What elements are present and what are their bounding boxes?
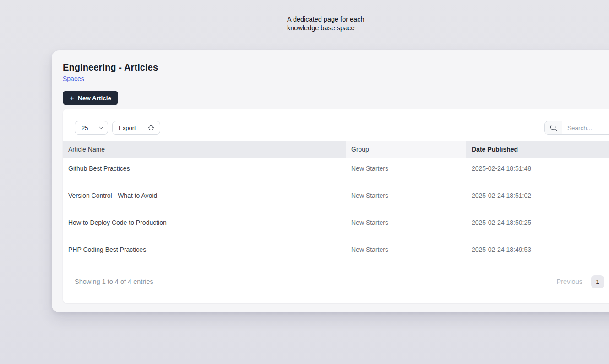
table-footer: Showing 1 to 4 of 4 entries Previous 1 (63, 266, 609, 288)
date-cell: 2025-02-24 18:51:48 (466, 158, 609, 185)
pagination-page-1-button[interactable]: 1 (591, 275, 604, 288)
pagination-previous-button[interactable]: Previous (557, 278, 582, 285)
search-icon (545, 121, 562, 134)
export-button[interactable]: Export (113, 121, 142, 134)
column-header-date-published[interactable]: Date Published (466, 141, 609, 158)
annotation-line-1: A dedicated page for each (287, 15, 364, 24)
space-card: Engineering - Articles Spaces + New Arti… (52, 50, 609, 312)
column-header-group[interactable]: Group (346, 141, 466, 158)
date-cell: 2025-02-24 18:49:53 (466, 239, 609, 266)
plus-icon: + (70, 94, 74, 102)
refresh-icon (148, 125, 154, 131)
annotation-note: A dedicated page for each knowledge base… (287, 15, 364, 33)
page-length-select[interactable]: 25 (75, 121, 108, 135)
group-cell: New Starters (346, 212, 466, 239)
table-row: PHP Coding Best Practices New Starters 2… (63, 239, 609, 266)
annotation-pointer-line (277, 15, 277, 84)
article-name-cell[interactable]: Version Control - What to Avoid (63, 185, 346, 212)
entries-summary: Showing 1 to 4 of 4 entries (75, 278, 153, 285)
date-cell: 2025-02-24 18:50:25 (466, 212, 609, 239)
new-article-button[interactable]: + New Article (63, 91, 118, 105)
table-row: Github Best Practices New Starters 2025-… (63, 158, 609, 185)
page-title: Engineering - Articles (63, 62, 609, 73)
group-cell: New Starters (346, 158, 466, 185)
column-header-article-name[interactable]: Article Name (63, 141, 346, 158)
search-group (544, 121, 609, 135)
articles-table: Article Name Group Date Published Github… (63, 141, 609, 266)
export-button-group: Export (112, 121, 160, 135)
group-cell: New Starters (346, 185, 466, 212)
pagination: Previous 1 (557, 275, 604, 288)
table-header-row: Article Name Group Date Published (63, 141, 609, 158)
article-name-cell[interactable]: PHP Coding Best Practices (63, 239, 346, 266)
date-cell: 2025-02-24 18:51:02 (466, 185, 609, 212)
table-row: Version Control - What to Avoid New Star… (63, 185, 609, 212)
article-name-cell[interactable]: How to Deploy Code to Production (63, 212, 346, 239)
table-row: How to Deploy Code to Production New Sta… (63, 212, 609, 239)
annotation-line-2: knowledge base space (287, 24, 364, 33)
articles-panel: 25 Export (63, 109, 609, 303)
refresh-button[interactable] (142, 121, 160, 134)
group-cell: New Starters (346, 239, 466, 266)
new-article-button-label: New Article (78, 95, 111, 102)
breadcrumb-spaces-link[interactable]: Spaces (63, 75, 84, 82)
article-name-cell[interactable]: Github Best Practices (63, 158, 346, 185)
table-toolbar: 25 Export (63, 109, 609, 135)
search-input[interactable] (562, 121, 609, 134)
